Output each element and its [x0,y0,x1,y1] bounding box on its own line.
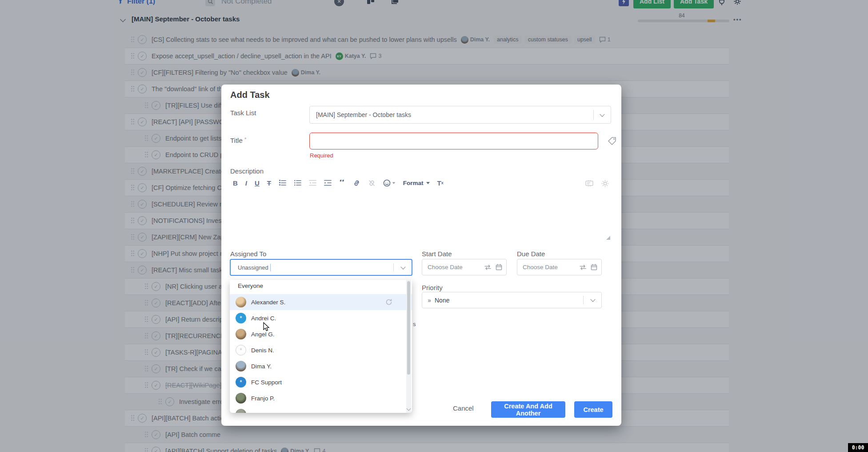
obscured-text-fragment: s [413,321,416,327]
assignee-group-label[interactable]: Everyone [238,282,263,289]
chevron-down-icon [590,297,595,302]
assignee-options-list: Alexander S. * Andrei C. Angel G. * Deni… [230,294,412,413]
bullet-list-icon[interactable] [294,179,301,186]
user-name: Alexander S. [251,299,285,306]
tags-icon[interactable] [607,136,617,148]
ordered-list-icon[interactable] [279,179,286,186]
format-dropdown[interactable]: Format [403,180,430,186]
screen-recorder-timer: 0:00 [848,443,868,452]
task-list-select[interactable]: [MAIN] September - October tasks [309,106,611,124]
start-date-label: Start Date [422,250,452,258]
required-error-message: Required [310,152,333,159]
assigned-to-value: Unassigned [238,264,268,271]
add-task-modal: Add Task Task List [MAIN] September - Oc… [221,85,621,426]
task-list-label: Task List [230,109,256,117]
emoji-icon[interactable] [383,179,396,187]
due-date-input[interactable]: Choose Date [517,259,602,275]
required-asterisk: * [244,137,246,142]
calendar-icon[interactable] [591,264,597,270]
remove-format-icon[interactable]: Tx [437,179,444,187]
user-avatar [236,361,246,371]
link-icon[interactable] [353,179,360,187]
chevron-down-icon [600,112,604,117]
user-name: Franjo P. [251,395,275,402]
rich-text-toolbar: B I U T “ Format Tx [233,176,444,190]
start-date-input[interactable]: Choose Date [422,259,507,275]
unlink-icon [368,179,376,187]
priority-label: Priority [422,284,443,291]
calendar-icon[interactable] [496,264,502,270]
combobox-divider [393,263,394,271]
start-date-placeholder: Choose Date [428,264,484,270]
select-divider [593,110,594,120]
priority-select[interactable]: ›› None [422,292,602,308]
assignee-option[interactable]: Angel G. [230,326,412,342]
user-name: Dima Y. [251,363,272,370]
editor-resize-handle[interactable] [606,236,610,240]
user-name: FC Support [251,379,282,386]
emoji-caret-icon [392,182,395,184]
indent-icon[interactable] [324,179,332,186]
user-name: Denis N. [251,347,274,354]
user-avatar [236,393,246,404]
dropdown-scrollbar-thumb[interactable] [407,281,410,375]
task-list-value: [MAIN] September - October tasks [316,111,411,118]
user-avatar: * [236,313,246,323]
swap-dates-icon[interactable] [579,264,587,270]
title-label: Title * [230,137,246,144]
description-editor[interactable] [233,191,611,240]
user-avatar: * [236,345,246,355]
toolbar-extra-icons [585,179,609,190]
refresh-icon [385,299,392,307]
strikethrough-icon[interactable]: T [267,179,271,187]
modal-title: Add Task [230,90,270,100]
assigned-to-label: Assigned To [230,250,266,258]
underline-icon[interactable]: U [255,179,260,187]
blockquote-icon[interactable]: “ [339,180,345,186]
assignee-option[interactable]: * FC Support [230,374,412,390]
mouse-cursor [263,322,271,332]
description-label: Description [230,167,264,175]
format-caret-icon [426,182,430,184]
create-button[interactable]: Create [574,401,612,418]
priority-value: None [435,297,449,304]
assignee-option[interactable]: * Andrei C. [230,310,412,326]
assignee-dropdown-panel: Everyone Alexander S. * Andrei C. Angel … [230,280,412,413]
swap-dates-icon[interactable] [484,264,492,270]
template-card-icon[interactable] [585,179,594,190]
due-date-label: Due Date [517,250,545,258]
editor-settings-gear-icon[interactable] [601,179,609,190]
user-avatar: * [236,377,246,387]
assignee-option[interactable] [230,406,412,413]
user-avatar [236,297,246,307]
italic-icon[interactable]: I [245,179,247,187]
create-and-add-another-button[interactable]: Create And Add Another [491,401,565,418]
outdent-icon [309,179,316,186]
assignee-option[interactable]: Franjo P. [230,390,412,406]
bold-icon[interactable]: B [233,179,238,187]
assigned-to-combobox[interactable]: Unassigned [230,259,412,276]
priority-chevrons-icon: ›› [428,296,430,304]
assignee-option[interactable]: Alexander S. [230,294,412,310]
user-avatar [236,329,246,339]
user-avatar [236,409,246,413]
assignee-option[interactable]: * Denis N. [230,342,412,358]
text-cursor [270,264,271,271]
title-input[interactable] [309,133,598,149]
user-name: Andrei C. [251,315,276,322]
due-date-placeholder: Choose Date [523,264,579,270]
chevron-down-icon [400,264,405,269]
assignee-option[interactable]: Dima Y. [230,358,412,374]
select-divider [583,296,584,304]
cancel-button[interactable]: Cancel [453,404,474,412]
